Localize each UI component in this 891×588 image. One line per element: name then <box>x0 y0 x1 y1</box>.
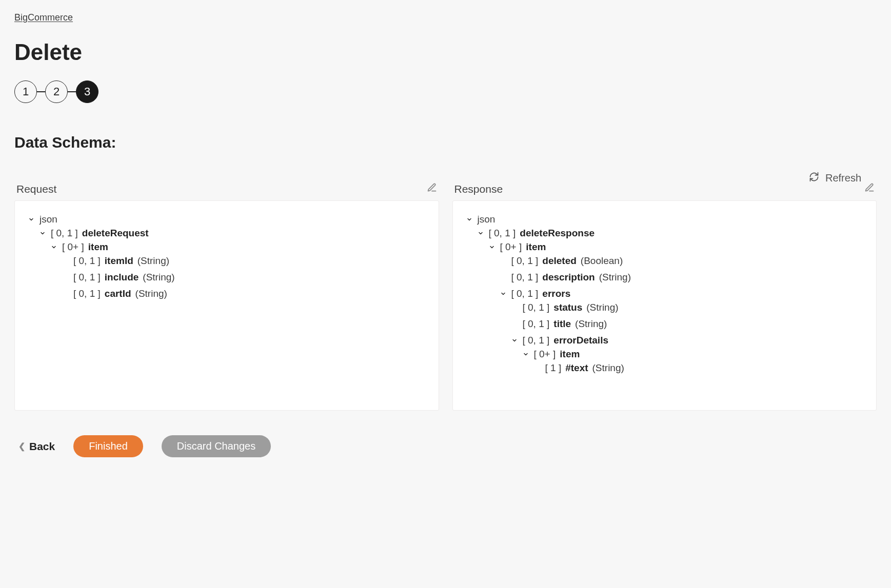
tree-node: [ 0+ ]item[ 1 ]#text(String) <box>522 346 864 379</box>
section-title: Data Schema: <box>14 134 877 151</box>
tree-row[interactable]: [ 0, 1 ]cartId(String) <box>61 288 426 299</box>
pencil-icon[interactable] <box>864 183 875 195</box>
field-name: #text <box>565 362 588 374</box>
tree-row[interactable]: [ 1 ]#text(String) <box>533 362 864 374</box>
field-name: item <box>560 349 580 360</box>
cardinality: [ 1 ] <box>545 362 562 374</box>
tree-row[interactable]: [ 0, 1 ]description(String) <box>499 272 864 283</box>
tree-row[interactable]: [ 0, 1 ]errors <box>499 288 864 299</box>
tree-row[interactable]: [ 0+ ]item <box>522 349 864 360</box>
tree-row[interactable]: [ 0+ ]item <box>488 241 864 253</box>
cardinality: [ 0+ ] <box>62 241 84 253</box>
cardinality: [ 0, 1 ] <box>511 288 539 299</box>
field-name: deleted <box>542 255 577 267</box>
cardinality: [ 0, 1 ] <box>511 255 539 267</box>
finished-button[interactable]: Finished <box>73 435 143 457</box>
chevron-down-icon <box>477 230 485 236</box>
request-tree: json[ 0, 1 ]deleteRequest[ 0+ ]item[ 0, … <box>14 200 439 411</box>
field-name: item <box>88 241 108 253</box>
field-name: json <box>39 214 57 225</box>
discard-button[interactable]: Discard Changes <box>162 435 271 457</box>
tree-node: [ 0+ ]item[ 0, 1 ]deleted(Boolean)[ 0, 1… <box>488 239 864 387</box>
tree-node: [ 0, 1 ]itemId(String) <box>61 253 426 269</box>
field-name: status <box>553 302 582 313</box>
tree-node: json[ 0, 1 ]deleteResponse[ 0+ ]item[ 0,… <box>465 211 864 392</box>
cardinality: [ 0, 1 ] <box>73 272 101 283</box>
cardinality: [ 0, 1 ] <box>523 302 550 313</box>
field-type: (Boolean) <box>581 255 623 267</box>
chevron-down-icon <box>50 244 58 250</box>
chevron-down-icon <box>510 337 519 343</box>
field-type: (String) <box>592 362 624 374</box>
cardinality: [ 0, 1 ] <box>51 228 78 239</box>
tree-row[interactable]: [ 0+ ]item <box>50 241 426 253</box>
field-name: cartId <box>105 288 131 299</box>
tree-row[interactable]: json <box>27 214 426 225</box>
tree-node: [ 0, 1 ]deleteRequest[ 0+ ]item[ 0, 1 ]i… <box>38 225 426 307</box>
tree-row[interactable]: [ 0, 1 ]deleteResponse <box>477 228 864 239</box>
field-type: (String) <box>137 255 169 267</box>
cardinality: [ 0, 1 ] <box>523 335 550 346</box>
chevron-down-icon <box>465 216 473 222</box>
tree-node: [ 0, 1 ]description(String) <box>499 269 864 286</box>
page-title: Delete <box>14 39 877 65</box>
field-name: include <box>105 272 139 283</box>
tree-node: [ 0, 1 ]errors[ 0, 1 ]status(String)[ 0,… <box>499 286 864 384</box>
request-panel-title: Request <box>16 183 56 195</box>
field-name: description <box>542 272 595 283</box>
cardinality: [ 0, 1 ] <box>523 318 550 330</box>
tree-node: [ 0, 1 ]errorDetails[ 0+ ]item[ 1 ]#text… <box>510 332 864 381</box>
tree-node: [ 0, 1 ]deleteResponse[ 0+ ]item[ 0, 1 ]… <box>477 225 864 389</box>
cardinality: [ 0, 1 ] <box>489 228 516 239</box>
field-name: deleteResponse <box>520 228 595 239</box>
field-name: title <box>553 318 571 330</box>
field-name: json <box>478 214 496 225</box>
tree-row[interactable]: [ 0, 1 ]include(String) <box>61 272 426 283</box>
tree-row[interactable]: [ 0, 1 ]deleted(Boolean) <box>499 255 864 267</box>
cardinality: [ 0, 1 ] <box>511 272 539 283</box>
tree-row[interactable]: json <box>465 214 864 225</box>
breadcrumb[interactable]: BigCommerce <box>14 12 73 23</box>
tree-row[interactable]: [ 0, 1 ]itemId(String) <box>61 255 426 267</box>
back-button[interactable]: ❮ Back <box>18 440 55 453</box>
tree-row[interactable]: [ 0, 1 ]status(String) <box>510 302 864 313</box>
step-3[interactable]: 3 <box>76 80 98 103</box>
cardinality: [ 0, 1 ] <box>73 255 101 267</box>
stepper: 123 <box>14 80 877 103</box>
tree-row[interactable]: [ 0, 1 ]deleteRequest <box>38 228 426 239</box>
step-2[interactable]: 2 <box>45 80 68 103</box>
field-name: itemId <box>105 255 133 267</box>
response-panel-title: Response <box>454 183 503 195</box>
field-type: (String) <box>143 272 174 283</box>
cardinality: [ 0, 1 ] <box>73 288 101 299</box>
chevron-left-icon: ❮ <box>18 441 25 451</box>
step-connector <box>37 91 45 92</box>
cardinality: [ 0+ ] <box>534 349 556 360</box>
tree-row[interactable]: [ 0, 1 ]title(String) <box>510 318 864 330</box>
tree-node: [ 0, 1 ]cartId(String) <box>61 286 426 302</box>
tree-node: [ 0, 1 ]deleted(Boolean) <box>499 253 864 269</box>
field-type: (String) <box>599 272 631 283</box>
field-name: deleteRequest <box>82 228 149 239</box>
tree-node: json[ 0, 1 ]deleteRequest[ 0+ ]item[ 0, … <box>27 211 426 310</box>
step-connector <box>68 91 76 92</box>
chevron-down-icon <box>488 244 496 250</box>
tree-node: [ 0+ ]item[ 0, 1 ]itemId(String)[ 0, 1 ]… <box>50 239 426 305</box>
field-name: errors <box>542 288 570 299</box>
tree-node: [ 1 ]#text(String) <box>533 360 864 376</box>
chevron-down-icon <box>522 351 530 357</box>
tree-row[interactable]: [ 0, 1 ]errorDetails <box>510 335 864 346</box>
cardinality: [ 0+ ] <box>500 241 522 253</box>
field-type: (String) <box>586 302 618 313</box>
field-name: item <box>526 241 546 253</box>
chevron-down-icon <box>38 230 47 236</box>
step-1[interactable]: 1 <box>14 80 37 103</box>
response-tree: json[ 0, 1 ]deleteResponse[ 0+ ]item[ 0,… <box>452 200 877 411</box>
chevron-down-icon <box>499 291 507 297</box>
tree-node: [ 0, 1 ]include(String) <box>61 269 426 286</box>
back-label: Back <box>29 440 55 453</box>
chevron-down-icon <box>27 216 35 222</box>
tree-node: [ 0, 1 ]title(String) <box>510 316 864 332</box>
pencil-icon[interactable] <box>427 183 437 195</box>
tree-node: [ 0, 1 ]status(String) <box>510 299 864 316</box>
